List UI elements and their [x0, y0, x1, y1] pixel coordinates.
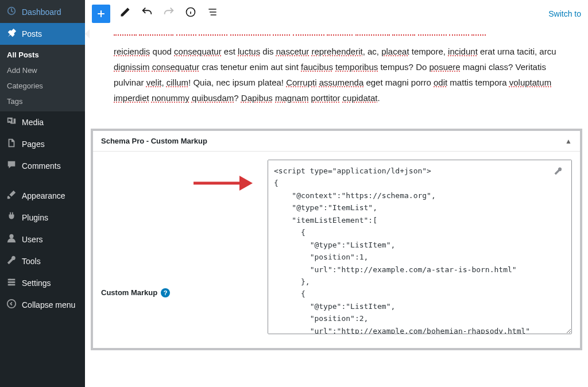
submenu-categories[interactable]: Categories — [0, 78, 85, 94]
sidebar-label: Appearance — [22, 191, 65, 200]
svg-rect-1 — [8, 279, 16, 281]
svg-point-5 — [12, 281, 14, 283]
svg-point-7 — [7, 300, 16, 308]
editor-main: Switch to reiciendis quod consequatur es… — [85, 0, 588, 387]
undo-button[interactable] — [140, 6, 154, 21]
outline-button[interactable] — [206, 6, 219, 21]
wrench-icon — [6, 255, 17, 268]
sidebar-label: Tools — [22, 257, 41, 266]
editor-toolbar: Switch to — [85, 0, 588, 28]
sidebar-label: Posts — [22, 29, 42, 38]
sidebar-label: Dashboard — [22, 7, 61, 17]
admin-sidebar: Dashboard Posts All Posts Add New Catego… — [0, 0, 85, 387]
brush-icon — [6, 189, 17, 202]
metabox-title: Schema Pro - Custom Markup — [101, 137, 207, 145]
sidebar-collapse[interactable]: Collapse menu — [0, 294, 85, 316]
metabox-body: Custom Markup ? — [93, 152, 580, 348]
plug-icon — [6, 211, 17, 224]
field-label-row: Custom Markup ? — [101, 160, 268, 336]
metabox-toggle-icon[interactable]: ▲ — [565, 137, 572, 145]
sidebar-item-settings[interactable]: Settings — [0, 272, 85, 294]
sidebar-item-appearance[interactable]: Appearance — [0, 185, 85, 207]
truncated-text-line — [85, 28, 588, 38]
sidebar-item-comments[interactable]: Comments — [0, 155, 85, 177]
sidebar-label: Comments — [22, 161, 61, 171]
sidebar-item-dashboard[interactable]: Dashboard — [0, 0, 85, 23]
custom-markup-textarea[interactable] — [268, 160, 572, 334]
field-settings-icon[interactable] — [554, 167, 563, 177]
sidebar-item-users[interactable]: Users — [0, 229, 85, 250]
custom-markup-label: Custom Markup — [101, 288, 157, 297]
pushpin-icon — [6, 28, 17, 40]
sidebar-item-media[interactable]: Media — [0, 111, 85, 133]
submenu-add-new[interactable]: Add New — [0, 63, 85, 78]
sidebar-item-tools[interactable]: Tools — [0, 250, 85, 272]
sidebar-item-pages[interactable]: Pages — [0, 133, 85, 155]
submenu-tags[interactable]: Tags — [0, 94, 85, 109]
user-icon — [6, 233, 17, 246]
sidebar-label: Media — [22, 118, 44, 127]
post-paragraph[interactable]: reiciendis quod consequatur est luctus d… — [85, 38, 588, 129]
svg-rect-2 — [8, 281, 16, 283]
svg-point-0 — [9, 234, 13, 238]
submenu-all-posts[interactable]: All Posts — [0, 47, 85, 63]
sidebar-label: Settings — [22, 278, 51, 288]
media-icon — [6, 116, 17, 129]
help-icon[interactable]: ? — [161, 288, 170, 297]
sidebar-label: Pages — [22, 140, 45, 149]
dashboard-icon — [6, 6, 17, 18]
sidebar-label: Collapse menu — [22, 300, 75, 309]
switch-to-link[interactable]: Switch to — [548, 9, 581, 18]
sidebar-label: Users — [22, 235, 43, 244]
settings-icon — [6, 277, 17, 289]
add-block-button[interactable] — [92, 5, 110, 23]
posts-submenu: All Posts Add New Categories Tags — [0, 45, 85, 111]
svg-point-4 — [9, 279, 11, 281]
redo-button[interactable] — [162, 6, 176, 21]
sidebar-label: Plugins — [22, 213, 48, 222]
collapse-icon — [6, 299, 17, 311]
editor-content: reiciendis quod consequatur est luctus d… — [85, 28, 588, 387]
sidebar-item-plugins[interactable]: Plugins — [0, 207, 85, 229]
metabox-header[interactable]: Schema Pro - Custom Markup ▲ — [93, 131, 580, 152]
sidebar-item-posts[interactable]: Posts — [0, 23, 85, 45]
svg-rect-3 — [8, 284, 16, 286]
svg-point-6 — [9, 284, 11, 286]
info-button[interactable] — [184, 6, 198, 21]
pages-icon — [6, 138, 17, 150]
edit-icon[interactable] — [118, 6, 132, 21]
comments-icon — [6, 160, 17, 172]
schema-pro-metabox: Schema Pro - Custom Markup ▲ Custom Mark… — [91, 129, 582, 350]
